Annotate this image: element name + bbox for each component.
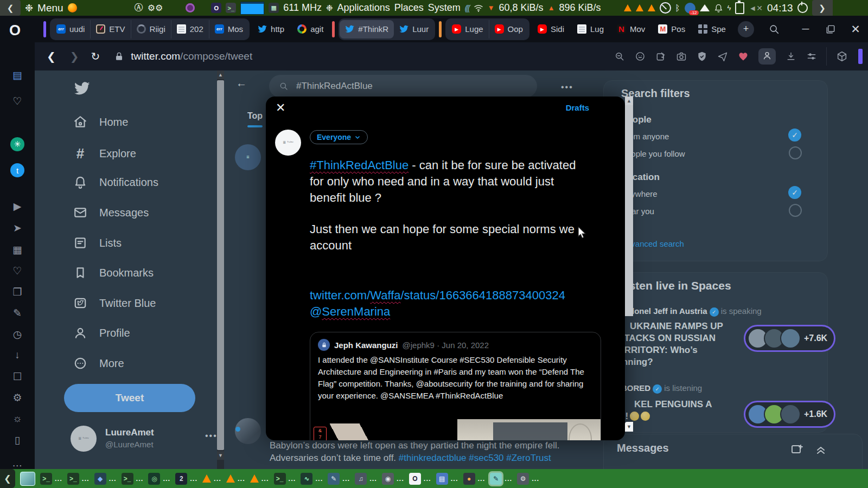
lamp-icon[interactable]: ☼ [0,413,35,425]
tab-document-202[interactable]: 202 [171,20,209,38]
scroll-up-button[interactable]: ▲ [217,70,224,79]
vlc-icon[interactable] [624,4,631,11]
wifi-icon[interactable] [474,4,483,12]
volume-muted-icon[interactable]: ◄✕ [749,4,763,12]
url-field[interactable]: twitter.com/compose/tweet [131,50,252,62]
battery-icon[interactable] [735,2,744,14]
tab-riigi[interactable]: Riigi [131,20,171,38]
settings-icon[interactable]: ⚙ [0,391,35,404]
downloads-icon[interactable] [786,51,796,62]
menu-label[interactable]: Menu [37,2,63,14]
tab-err-uudised[interactable]: erruudi [51,20,91,38]
compose-icon[interactable]: ✎ [0,307,35,319]
panel-collapse-right-button[interactable]: ❯ [812,0,833,16]
taskbar-item-document-viewer[interactable]: ▤... [436,473,458,485]
play-icon[interactable]: ▶ [0,200,35,213]
tweet-mention[interactable]: @SerenMarina [310,304,565,320]
tab-group-accent-orange[interactable] [439,21,442,37]
panel-collapse-left-button[interactable]: ❮ [0,0,21,16]
battery-icon[interactable]: ▯ [0,434,35,446]
weather-badge[interactable]: -12 [685,3,695,14]
tab-speed-dial[interactable]: Spe [693,20,731,38]
back-button[interactable]: ❮ [47,50,56,63]
tab-twitter-luur[interactable]: Luur [394,20,434,38]
drafts-link[interactable]: Drafts [566,103,589,112]
new-tab-button[interactable]: + [738,21,754,37]
wifi-strength-icon[interactable] [700,4,710,11]
messenger-icon[interactable]: ➤ [0,222,35,234]
close-icon[interactable]: ✕ [276,101,285,115]
taskbar-item-text-editor[interactable]: ✎... [328,473,350,485]
vpn-heart-icon[interactable]: ♡ [0,95,35,107]
tab-group-accent-red[interactable] [332,21,335,37]
reload-button[interactable]: ↻ [91,50,100,63]
taskbar-item-tor-browser[interactable]: 2... [175,473,197,485]
tab-etv[interactable]: ETV [91,20,131,38]
taskbar-item-nomachine[interactable]: ◎... [148,473,170,485]
power-icon[interactable] [797,3,808,13]
taskbar-item-terminal[interactable]: >_... [122,473,144,485]
cpu-icon[interactable]: ▦ [269,3,279,13]
quoted-image-scoreboard[interactable] [457,419,601,440]
heart-icon[interactable]: ♡ [0,265,35,277]
blocked-circle-icon[interactable] [660,2,671,14]
panels-icon[interactable]: ❐ [0,286,35,298]
tab-thinkredactblue-active[interactable]: #ThinkR [340,20,394,38]
downloads-icon[interactable]: ↓ [0,349,35,361]
tab-gmail[interactable]: MPos [653,20,691,38]
bell-icon[interactable] [714,3,723,13]
tab-youtube-luge[interactable]: ▶Luge [446,20,489,38]
search-tool-icon[interactable]: Ⓐ [135,2,143,14]
extensions-cube-icon[interactable] [836,50,848,62]
scroll-down-button[interactable]: ▼ [217,451,224,460]
modal-scroll-thumb[interactable] [625,105,633,316]
tweet-text-editor[interactable]: #ThinkRedActBlue - can it be for sure be… [310,157,576,254]
tweet-link-block[interactable]: twitter.com/Waffa/status/166366418887340… [310,287,565,320]
terminal-icon[interactable]: >_ [226,3,236,13]
bookmark-page-icon[interactable] [655,51,666,62]
tab-document-lug[interactable]: Lug [572,20,609,38]
places-menu[interactable]: Places [394,2,424,14]
taskbar-item-recorder[interactable]: ◉... [382,473,404,485]
workspace-switcher[interactable] [20,472,35,486]
modal-scrollbar[interactable]: ▲ ▼ [625,97,633,440]
minimize-button[interactable]: ─ [793,23,818,35]
gears-icon[interactable]: ⚙⚙ [148,3,163,13]
snapshot-camera-icon[interactable] [676,51,687,62]
maximize-button[interactable] [825,24,836,35]
taskbar-collapse-button[interactable]: ❮ [0,469,15,488]
opera-icon[interactable]: O [211,3,221,13]
lock-icon[interactable] [114,52,124,62]
applications-menu[interactable]: Applications [337,2,390,14]
profile-button[interactable] [758,48,776,65]
tab-group-accent-purple[interactable] [43,21,46,37]
tab-youtube-sidi[interactable]: ▶Sidi [532,20,570,38]
taskbar-item-system-monitor[interactable]: ∿... [301,473,323,485]
page-scrollbar[interactable]: ▲ ▼ [217,70,224,469]
ubuntu-menu-icon[interactable]: ❉ [25,2,33,14]
tweet-link[interactable]: twitter.com/Waffa/status/166366418887340… [310,287,565,304]
tab-err-mos[interactable]: errMos [209,20,248,38]
quoted-image-keyboard[interactable]: &7 [310,419,456,440]
taskbar-item-opera[interactable]: O... [409,473,431,485]
modal-scroll-down-button[interactable]: ▼ [625,422,633,432]
tor-icon[interactable] [186,3,195,12]
taskbar-item-terminal[interactable]: >_... [40,473,62,485]
grid-icon[interactable]: ▦ [0,243,35,256]
clock[interactable]: 04:13 [767,2,793,14]
send-to-device-icon[interactable] [717,51,728,62]
taskbar-item-vlc[interactable]: ... [226,474,245,483]
tweet-hashtag[interactable]: #ThinkRedActBlue [310,158,409,172]
close-window-button[interactable]: ✕ [843,23,868,36]
tab-youtube-oop[interactable]: ▶Oop [489,20,528,38]
opera-logo-icon[interactable]: O [9,22,21,39]
history-icon[interactable]: ◷ [0,328,35,341]
sidebar-handle[interactable] [858,49,863,64]
tab-google[interactable]: agit [292,20,329,38]
tab-twitter-http[interactable]: http [252,20,290,38]
taskbar-item-vlc[interactable]: ... [202,474,221,483]
taskbar-item-shield[interactable]: ◆... [94,473,117,485]
vlc-icon[interactable] [636,4,643,11]
taskbar-item-vlc[interactable]: ... [250,474,269,483]
quoted-tweet-card[interactable]: Jeph Kawanguzi @jephk9 · Jun 20, 2022 I … [310,332,601,440]
